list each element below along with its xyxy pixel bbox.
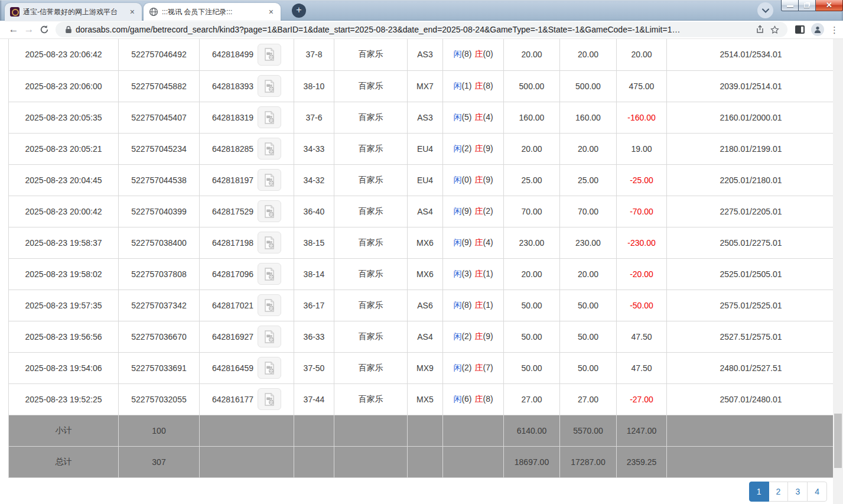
video-replay-button[interactable] [258, 106, 281, 128]
winloss-cell: 19.00 [617, 133, 667, 164]
video-replay-button[interactable] [258, 44, 281, 66]
video-replay-button[interactable] [258, 357, 281, 379]
bet-amount-cell: 160.00 [504, 102, 560, 133]
page-button-1[interactable]: 1 [749, 482, 769, 502]
winloss-cell: 475.00 [617, 70, 667, 102]
round-id: 642817021 [212, 301, 253, 310]
result-cell: 闲(2)庄(9) [443, 321, 504, 352]
round-id: 642818499 [212, 50, 253, 59]
round-id-cell: 642817198 [200, 227, 294, 258]
lock-icon[interactable] [61, 22, 76, 37]
result-cell: 闲(0)庄(9) [443, 164, 504, 196]
vertical-scrollbar[interactable] [833, 39, 843, 504]
bet-time-cell: 2025-08-23 20:06:00 [9, 70, 119, 102]
video-file-icon [262, 110, 276, 125]
player-label: 闲 [453, 363, 461, 372]
browser-tab-1[interactable]: 通宝-信誉最好的网上游戏平台 × [5, 3, 142, 21]
player-label: 闲 [453, 112, 461, 122]
side-panel-icon[interactable] [795, 24, 805, 35]
tab-close-icon[interactable]: × [128, 8, 136, 16]
balance-cell: 2527.51/2575.01 [667, 321, 835, 352]
bet-time-cell: 2025-08-23 19:54:06 [9, 352, 119, 383]
table-row: 2025-08-23 20:06:00 522757045882 6428183… [9, 70, 835, 102]
video-file-icon [262, 392, 276, 407]
player-count: (9) [461, 206, 471, 216]
banker-label: 庄 [475, 300, 483, 310]
round-id: 642817529 [212, 207, 253, 216]
video-file-icon [262, 47, 276, 61]
table-round-cell: 38-15 [294, 227, 334, 258]
banker-count: (0) [483, 49, 493, 58]
page-button-2[interactable]: 2 [769, 482, 789, 502]
video-replay-button[interactable] [258, 294, 281, 316]
balance-cell: 2507.01/2480.01 [667, 383, 835, 415]
video-replay-button[interactable] [258, 232, 281, 253]
bet-id-cell: 522757032055 [119, 383, 200, 415]
bet-amount-cell: 50.00 [504, 290, 560, 321]
game-name-cell: 百家乐 [334, 352, 408, 383]
subtotal-row: 小计 100 6140.00 5570.00 1247.00 [9, 415, 835, 446]
browser-tab-2-active[interactable]: :::视讯 会员下注纪录::: × [144, 3, 281, 21]
balance-cell: 2205.01/2180.01 [667, 164, 835, 196]
reload-button[interactable] [37, 22, 52, 37]
video-replay-button[interactable] [258, 169, 281, 191]
share-icon[interactable] [753, 22, 767, 37]
round-id: 642818393 [212, 82, 253, 91]
total-valid: 17287.00 [560, 446, 617, 477]
player-label: 闲 [453, 238, 461, 247]
video-file-icon [262, 204, 276, 219]
address-bar[interactable]: dorasabs.com/game/betrecord_search/kind3… [56, 22, 787, 37]
video-replay-button[interactable] [258, 200, 281, 222]
table-round-cell: 37-8 [294, 39, 334, 70]
valid-amount-cell: 70.00 [560, 196, 617, 227]
back-button[interactable]: ← [6, 22, 21, 37]
close-button[interactable]: ✕ [816, 0, 843, 11]
forward-button[interactable]: → [21, 22, 37, 37]
round-id: 642817198 [212, 238, 253, 248]
video-replay-button[interactable] [258, 138, 281, 160]
player-label: 闲 [453, 394, 461, 404]
maximize-button[interactable] [799, 0, 816, 11]
new-tab-button[interactable]: + [292, 4, 306, 18]
table-row: 2025-08-23 20:06:42 522757046492 6428184… [9, 39, 835, 70]
video-replay-button[interactable] [258, 263, 281, 285]
video-replay-button[interactable] [258, 75, 281, 97]
balance-cell: 2514.01/2534.01 [667, 39, 835, 70]
tab-search-button[interactable] [757, 2, 773, 18]
url-text[interactable]: dorasabs.com/game/betrecord_search/kind3… [76, 25, 753, 34]
table-round-cell: 36-40 [294, 196, 334, 227]
bet-id-cell: 522757040399 [119, 196, 200, 227]
video-replay-button[interactable] [258, 326, 281, 347]
tab-strip: 通宝-信誉最好的网上游戏平台 × :::视讯 会员下注纪录::: × + ✕ [0, 0, 843, 21]
banker-count: (1) [483, 300, 493, 310]
bet-id-cell: 522757045882 [119, 70, 200, 102]
game-name-cell: 百家乐 [334, 70, 408, 102]
round-id-cell: 642818319 [200, 102, 294, 133]
bookmark-star-icon[interactable] [767, 22, 782, 37]
page-button-4[interactable]: 4 [807, 482, 827, 502]
video-file-icon [262, 267, 276, 281]
minimize-button[interactable] [781, 0, 799, 11]
video-file-icon [262, 330, 276, 344]
table-round-cell: 34-32 [294, 164, 334, 196]
video-file-icon [262, 361, 276, 375]
banker-label: 庄 [475, 49, 483, 58]
round-id-cell: 642818499 [200, 39, 294, 70]
profile-avatar-icon[interactable] [811, 23, 824, 36]
bet-time-cell: 2025-08-23 20:04:45 [9, 164, 119, 196]
scrollbar-thumb[interactable] [834, 414, 842, 468]
bet-amount-cell: 20.00 [504, 39, 560, 70]
page-button-3[interactable]: 3 [787, 482, 808, 502]
table-code-cell: EU4 [408, 133, 443, 164]
video-replay-button[interactable] [258, 388, 281, 410]
game-name-cell: 百家乐 [334, 227, 408, 258]
bet-amount-cell: 50.00 [504, 352, 560, 383]
valid-amount-cell: 50.00 [560, 352, 617, 383]
result-cell: 闲(2)庄(9) [443, 133, 504, 164]
tab-close-icon[interactable]: × [267, 8, 275, 16]
balance-cell: 2039.01/2514.01 [667, 70, 835, 102]
bet-id-cell: 522757033691 [119, 352, 200, 383]
kebab-menu-icon[interactable]: ⋮ [830, 28, 838, 31]
browser-toolbar: ← → dorasabs.com/game/betrecord_search/k… [0, 21, 843, 39]
pagination: 1 2 3 4 [749, 482, 827, 502]
